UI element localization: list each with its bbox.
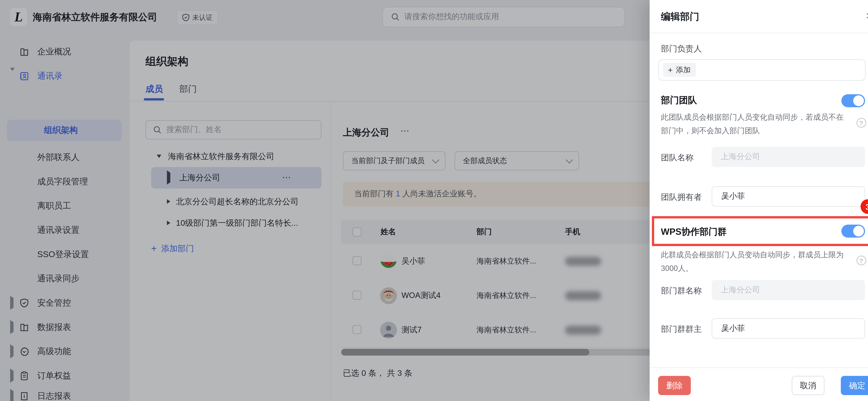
group-owner-label: 部门群群主 xyxy=(661,324,702,335)
help-icon[interactable]: ? xyxy=(856,118,866,127)
group-description: 此群成员会根据部门人员变动自动同步，群成员上限为3000人。 xyxy=(661,248,849,276)
edit-department-drawer: 编辑部门 ✕ 部门负责人 + 添加 部门团队 此团队成员会根据部门人员变化自动同… xyxy=(649,0,868,401)
team-name-label: 团队名称 xyxy=(661,152,693,163)
team-name-value: 上海分公司 xyxy=(721,152,760,162)
help-icon[interactable]: ? xyxy=(856,256,866,265)
group-name-label: 部门群名称 xyxy=(661,286,702,296)
wps-group-toggle[interactable] xyxy=(841,225,865,238)
team-owner-label: 团队拥有者 xyxy=(661,192,702,203)
chevron-down-icon xyxy=(721,326,726,331)
add-manager-label: 添加 xyxy=(676,65,690,75)
wps-group-section-label: WPS协作部门群 xyxy=(661,226,726,238)
drawer-title: 编辑部门 xyxy=(661,10,699,23)
close-icon[interactable]: ✕ xyxy=(863,9,868,23)
team-description: 此团队成员会根据部门人员变化自动同步，若成员不在部门中，则不会加入部门团队 xyxy=(661,111,849,138)
delete-button[interactable]: 删除 xyxy=(658,376,691,395)
team-name-input[interactable]: 上海分公司 xyxy=(712,147,865,167)
chevron-down-icon xyxy=(721,194,726,199)
team-section-label: 部门团队 xyxy=(661,95,697,107)
group-name-input[interactable]: 上海分公司 xyxy=(712,280,865,300)
manager-label: 部门负责人 xyxy=(661,44,702,54)
group-owner-select[interactable]: 吴小菲 xyxy=(712,318,865,339)
cancel-button[interactable]: 取消 xyxy=(792,376,825,395)
divider xyxy=(649,368,868,368)
group-name-value: 上海分公司 xyxy=(721,285,760,295)
divider xyxy=(649,33,868,33)
team-owner-select[interactable]: 吴小菲 xyxy=(712,186,865,207)
plus-icon: + xyxy=(668,66,673,74)
add-manager-button[interactable]: + 添加 xyxy=(663,63,695,77)
department-team-toggle[interactable] xyxy=(841,94,865,107)
app-window: L 海南省林立软件服务有限公司 未认证 请搜索你想找的功能或应用 企业概况 xyxy=(0,0,868,401)
confirm-button[interactable]: 确定 xyxy=(841,376,868,395)
